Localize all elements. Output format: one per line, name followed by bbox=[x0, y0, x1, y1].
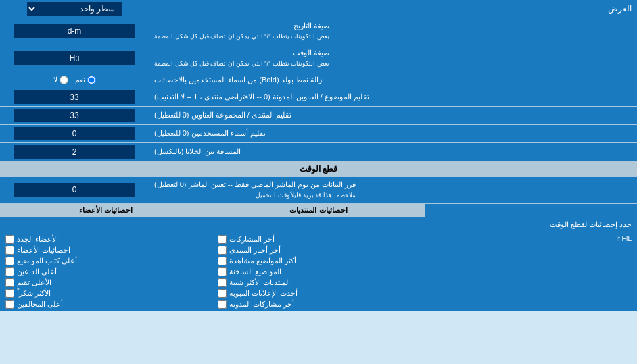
checkbox-top-rated[interactable] bbox=[5, 278, 14, 287]
checkbox-member-3: أعلى الداعين bbox=[5, 267, 206, 276]
checkbox-forum-2: أخر أخبار المنتدى bbox=[218, 246, 419, 255]
time-cut-input[interactable] bbox=[14, 183, 135, 197]
checkbox-forum-hot[interactable] bbox=[218, 267, 227, 276]
date-format-input[interactable] bbox=[14, 24, 135, 38]
checkboxes-header-row: احصائيات المنتديات احصائيات الأعضاء bbox=[0, 204, 637, 217]
bold-yes-radio[interactable] bbox=[87, 76, 96, 84]
checkbox-member-2: أعلى كتاب المواضيع bbox=[5, 257, 206, 265]
checkbox-top-inviters[interactable] bbox=[5, 267, 14, 276]
top-bar-select-cell: سطر واحد سطرين ثلاثة أسطر bbox=[0, 0, 149, 18]
checkbox-member-stats-cb[interactable] bbox=[5, 246, 14, 255]
top-bar: العرض سطر واحد سطرين ثلاثة أسطر bbox=[0, 0, 637, 18]
topic-subject-limit-input-cell bbox=[0, 88, 149, 106]
checkbox-forum-blog[interactable] bbox=[218, 300, 227, 309]
checkbox-forum-4: المواضيع الساخنة bbox=[218, 267, 419, 276]
checkbox-new-members[interactable] bbox=[5, 235, 14, 244]
checkbox-forum-7: أخر مشاركات المدونة bbox=[218, 300, 419, 309]
checkbox-member-5: الأكثر شكراً bbox=[5, 289, 206, 298]
checkbox-col-forum: أخر المشاركات أخر أخبار المنتدى أكثر الم… bbox=[212, 232, 424, 311]
time-format-input[interactable] bbox=[14, 51, 135, 65]
checkbox-forum-1: أخر المشاركات bbox=[218, 235, 419, 244]
checkbox-forum-viewed[interactable] bbox=[218, 257, 227, 265]
top-bar-label: العرض bbox=[149, 1, 637, 16]
forum-group-limit-row: تقليم المنتدى / المجموعة العناوين (0 للت… bbox=[0, 107, 637, 125]
time-cut-input-cell bbox=[0, 177, 149, 203]
checkbox-top-violators[interactable] bbox=[5, 300, 14, 309]
checkbox-col-empty: If FIL bbox=[425, 232, 637, 311]
topic-subject-limit-label: تقليم الموضوع / العناوين المدونة (0 -- ا… bbox=[149, 88, 637, 106]
time-format-label: صيغة الوقتبعض التكوينات يتطلب "/" التي ي… bbox=[149, 45, 637, 72]
date-format-row: صيغة التاريخبعض التكوينات يتطلب "/" التي… bbox=[0, 18, 637, 45]
member-stats-header: احصائيات الأعضاء bbox=[0, 204, 212, 217]
time-cut-label: فرز البيانات من يوم الماشر الماضي فقط --… bbox=[149, 177, 637, 203]
cell-spacing-input[interactable] bbox=[14, 145, 135, 159]
checkbox-most-thanked[interactable] bbox=[5, 289, 14, 298]
cell-spacing-input-cell bbox=[0, 143, 149, 161]
topic-subject-limit-row: تقليم الموضوع / العناوين المدونة (0 -- ا… bbox=[0, 88, 637, 107]
usernames-limit-input-cell bbox=[0, 125, 149, 142]
bold-yes-label[interactable]: نعم bbox=[75, 76, 96, 84]
time-limit-label: حدد إحصائيات لقطع الوقت bbox=[0, 217, 637, 232]
checkbox-forum-3: أكثر المواضيع مشاهدة bbox=[218, 257, 419, 265]
checkbox-forum-ads[interactable] bbox=[218, 289, 227, 298]
usernames-limit-row: تقليم أسماء المستخدمين (0 للتعطيل) bbox=[0, 125, 637, 143]
checkbox-col-members: الأعضاء الجدد احصائيات الأعضاء أعلى كتاب… bbox=[0, 232, 212, 311]
checkbox-member-stats: احصائيات الأعضاء bbox=[5, 246, 206, 255]
date-format-label: صيغة التاريخبعض التكوينات يتطلب "/" التي… bbox=[149, 18, 637, 45]
usernames-limit-label: تقليم أسماء المستخدمين (0 للتعطيل) bbox=[149, 125, 637, 142]
forum-group-limit-input-cell bbox=[0, 107, 149, 124]
forum-group-limit-label: تقليم المنتدى / المجموعة العناوين (0 للت… bbox=[149, 107, 637, 124]
time-format-row: صيغة الوقتبعض التكوينات يتطلب "/" التي ي… bbox=[0, 45, 637, 72]
bold-no-radio[interactable] bbox=[60, 76, 68, 84]
checkbox-forum-news[interactable] bbox=[218, 246, 227, 255]
checkbox-forum-posts[interactable] bbox=[218, 235, 227, 244]
date-format-input-cell bbox=[0, 18, 149, 45]
bold-remove-radio-cell: نعم لا bbox=[0, 72, 149, 88]
time-format-input-cell bbox=[0, 45, 149, 72]
if-fil-text: If FIL bbox=[431, 235, 632, 242]
time-cut-row: فرز البيانات من يوم الماشر الماضي فقط --… bbox=[0, 177, 637, 204]
checkbox-member-1: الأعضاء الجدد bbox=[5, 235, 206, 244]
stats-empty-header bbox=[425, 204, 637, 217]
topic-subject-limit-input[interactable] bbox=[14, 90, 135, 104]
bold-no-label[interactable]: لا bbox=[53, 76, 68, 84]
forum-stats-header: احصائيات المنتديات bbox=[212, 204, 424, 217]
forum-group-limit-input[interactable] bbox=[14, 109, 135, 122]
checkbox-top-topic-writers[interactable] bbox=[5, 257, 14, 265]
checkbox-member-6: أعلى المخالفين bbox=[5, 300, 206, 309]
bold-remove-row: ازالة نمط بولد (Bold) من اسماء المستخدمي… bbox=[0, 72, 637, 88]
cell-spacing-label: المسافة بين الخلايا (بالبكسل) bbox=[149, 143, 637, 161]
checkbox-forum-5: المنتديات الأكثر شبية bbox=[218, 278, 419, 287]
bold-remove-label: ازالة نمط بولد (Bold) من اسماء المستخدمي… bbox=[149, 72, 637, 88]
time-cut-section-header: قطع الوقت bbox=[0, 161, 637, 177]
checkbox-forum-6: أحدث الإعلانات المبوبة bbox=[218, 289, 419, 298]
display-mode-select[interactable]: سطر واحد سطرين ثلاثة أسطر bbox=[27, 2, 122, 16]
usernames-limit-input[interactable] bbox=[14, 127, 135, 140]
cell-spacing-row: المسافة بين الخلايا (بالبكسل) bbox=[0, 143, 637, 161]
checkboxes-area: If FIL أخر المشاركات أخر أخبار المنتدى أ… bbox=[0, 232, 637, 311]
checkbox-forum-popular[interactable] bbox=[218, 278, 227, 287]
checkbox-member-4: الأعلى تقيم bbox=[5, 278, 206, 287]
